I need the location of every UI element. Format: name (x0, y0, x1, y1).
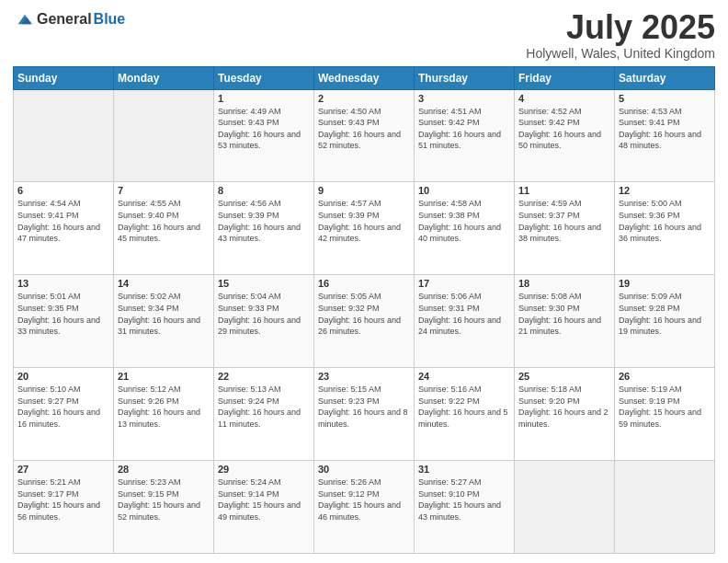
logo-blue: Blue (94, 11, 126, 28)
day-info: Sunrise: 4:57 AM Sunset: 9:39 PM Dayligh… (318, 198, 410, 244)
calendar-week-row: 1Sunrise: 4:49 AM Sunset: 9:43 PM Daylig… (14, 89, 715, 182)
day-info: Sunrise: 5:26 AM Sunset: 9:12 PM Dayligh… (318, 477, 410, 523)
day-number: 24 (418, 371, 510, 382)
table-row: 31Sunrise: 5:27 AM Sunset: 9:10 PM Dayli… (415, 461, 515, 554)
day-info: Sunrise: 4:58 AM Sunset: 9:38 PM Dayligh… (418, 198, 510, 244)
day-number: 26 (619, 371, 711, 382)
day-number: 1 (218, 93, 310, 104)
table-row (615, 461, 715, 554)
col-wednesday: Wednesday (314, 66, 415, 89)
day-info: Sunrise: 5:06 AM Sunset: 9:31 PM Dayligh… (418, 291, 510, 337)
day-info: Sunrise: 5:10 AM Sunset: 9:27 PM Dayligh… (17, 384, 109, 430)
day-number: 6 (17, 185, 109, 196)
day-info: Sunrise: 4:53 AM Sunset: 9:41 PM Dayligh… (619, 106, 711, 152)
col-saturday: Saturday (615, 66, 715, 89)
logo-general: General (37, 11, 92, 28)
calendar-week-row: 27Sunrise: 5:21 AM Sunset: 9:17 PM Dayli… (14, 461, 715, 554)
table-row: 22Sunrise: 5:13 AM Sunset: 9:24 PM Dayli… (214, 368, 314, 461)
month-title: July 2025 (526, 9, 715, 46)
calendar-week-row: 6Sunrise: 4:54 AM Sunset: 9:41 PM Daylig… (14, 182, 715, 275)
table-row: 14Sunrise: 5:02 AM Sunset: 9:34 PM Dayli… (114, 275, 214, 368)
table-row: 21Sunrise: 5:12 AM Sunset: 9:26 PM Dayli… (114, 368, 214, 461)
day-number: 17 (418, 278, 510, 289)
table-row: 2Sunrise: 4:50 AM Sunset: 9:43 PM Daylig… (314, 89, 415, 182)
day-info: Sunrise: 5:09 AM Sunset: 9:28 PM Dayligh… (619, 291, 711, 337)
day-number: 22 (218, 371, 310, 382)
calendar-week-row: 20Sunrise: 5:10 AM Sunset: 9:27 PM Dayli… (14, 368, 715, 461)
table-row: 16Sunrise: 5:05 AM Sunset: 9:32 PM Dayli… (314, 275, 415, 368)
day-number: 27 (17, 464, 109, 475)
day-info: Sunrise: 5:24 AM Sunset: 9:14 PM Dayligh… (218, 477, 310, 523)
table-row: 4Sunrise: 4:52 AM Sunset: 9:42 PM Daylig… (515, 89, 615, 182)
day-number: 13 (17, 278, 109, 289)
title-block: July 2025 Holywell, Wales, United Kingdo… (526, 9, 715, 61)
day-number: 19 (619, 278, 711, 289)
table-row: 8Sunrise: 4:56 AM Sunset: 9:39 PM Daylig… (214, 182, 314, 275)
col-thursday: Thursday (415, 66, 515, 89)
table-row: 11Sunrise: 4:59 AM Sunset: 9:37 PM Dayli… (515, 182, 615, 275)
day-number: 5 (619, 93, 711, 104)
day-number: 31 (418, 464, 510, 475)
page: General Blue July 2025 Holywell, Wales, … (0, 0, 728, 563)
day-info: Sunrise: 5:27 AM Sunset: 9:10 PM Dayligh… (418, 477, 510, 523)
table-row: 13Sunrise: 5:01 AM Sunset: 9:35 PM Dayli… (14, 275, 114, 368)
day-info: Sunrise: 5:00 AM Sunset: 9:36 PM Dayligh… (619, 198, 711, 244)
col-tuesday: Tuesday (214, 66, 314, 89)
day-info: Sunrise: 5:19 AM Sunset: 9:19 PM Dayligh… (619, 384, 711, 430)
table-row: 3Sunrise: 4:51 AM Sunset: 9:42 PM Daylig… (415, 89, 515, 182)
day-number: 2 (318, 93, 410, 104)
day-info: Sunrise: 4:56 AM Sunset: 9:39 PM Dayligh… (218, 198, 310, 244)
table-row: 7Sunrise: 4:55 AM Sunset: 9:40 PM Daylig… (114, 182, 214, 275)
calendar-header-row: Sunday Monday Tuesday Wednesday Thursday… (14, 66, 715, 89)
table-row: 5Sunrise: 4:53 AM Sunset: 9:41 PM Daylig… (615, 89, 715, 182)
day-number: 25 (518, 371, 610, 382)
table-row: 26Sunrise: 5:19 AM Sunset: 9:19 PM Dayli… (615, 368, 715, 461)
day-number: 12 (619, 185, 711, 196)
day-number: 4 (518, 93, 610, 104)
day-number: 3 (418, 93, 510, 104)
table-row: 17Sunrise: 5:06 AM Sunset: 9:31 PM Dayli… (415, 275, 515, 368)
day-number: 23 (318, 371, 410, 382)
day-number: 7 (118, 185, 210, 196)
col-friday: Friday (515, 66, 615, 89)
day-number: 18 (518, 278, 610, 289)
day-info: Sunrise: 5:05 AM Sunset: 9:32 PM Dayligh… (318, 291, 410, 337)
table-row: 20Sunrise: 5:10 AM Sunset: 9:27 PM Dayli… (14, 368, 114, 461)
table-row: 6Sunrise: 4:54 AM Sunset: 9:41 PM Daylig… (14, 182, 114, 275)
day-number: 20 (17, 371, 109, 382)
day-number: 21 (118, 371, 210, 382)
header: General Blue July 2025 Holywell, Wales, … (13, 9, 715, 61)
day-number: 28 (118, 464, 210, 475)
day-number: 16 (318, 278, 410, 289)
day-info: Sunrise: 4:49 AM Sunset: 9:43 PM Dayligh… (218, 106, 310, 152)
logo: General Blue (13, 9, 125, 29)
day-info: Sunrise: 5:01 AM Sunset: 9:35 PM Dayligh… (17, 291, 109, 337)
table-row: 27Sunrise: 5:21 AM Sunset: 9:17 PM Dayli… (14, 461, 114, 554)
table-row: 19Sunrise: 5:09 AM Sunset: 9:28 PM Dayli… (615, 275, 715, 368)
day-number: 10 (418, 185, 510, 196)
table-row: 23Sunrise: 5:15 AM Sunset: 9:23 PM Dayli… (314, 368, 415, 461)
table-row (515, 461, 615, 554)
day-number: 9 (318, 185, 410, 196)
table-row: 24Sunrise: 5:16 AM Sunset: 9:22 PM Dayli… (415, 368, 515, 461)
day-info: Sunrise: 5:23 AM Sunset: 9:15 PM Dayligh… (118, 477, 210, 523)
calendar-table: Sunday Monday Tuesday Wednesday Thursday… (13, 66, 715, 554)
day-info: Sunrise: 5:02 AM Sunset: 9:34 PM Dayligh… (118, 291, 210, 337)
day-info: Sunrise: 4:59 AM Sunset: 9:37 PM Dayligh… (518, 198, 610, 244)
day-number: 15 (218, 278, 310, 289)
table-row: 12Sunrise: 5:00 AM Sunset: 9:36 PM Dayli… (615, 182, 715, 275)
table-row: 28Sunrise: 5:23 AM Sunset: 9:15 PM Dayli… (114, 461, 214, 554)
day-number: 11 (518, 185, 610, 196)
day-number: 29 (218, 464, 310, 475)
day-info: Sunrise: 5:18 AM Sunset: 9:20 PM Dayligh… (518, 384, 610, 430)
table-row: 9Sunrise: 4:57 AM Sunset: 9:39 PM Daylig… (314, 182, 415, 275)
table-row (114, 89, 214, 182)
day-info: Sunrise: 4:51 AM Sunset: 9:42 PM Dayligh… (418, 106, 510, 152)
logo-icon (15, 9, 35, 29)
day-info: Sunrise: 5:12 AM Sunset: 9:26 PM Dayligh… (118, 384, 210, 430)
day-info: Sunrise: 5:13 AM Sunset: 9:24 PM Dayligh… (218, 384, 310, 430)
day-info: Sunrise: 5:04 AM Sunset: 9:33 PM Dayligh… (218, 291, 310, 337)
day-number: 30 (318, 464, 410, 475)
day-info: Sunrise: 5:16 AM Sunset: 9:22 PM Dayligh… (418, 384, 510, 430)
day-number: 14 (118, 278, 210, 289)
